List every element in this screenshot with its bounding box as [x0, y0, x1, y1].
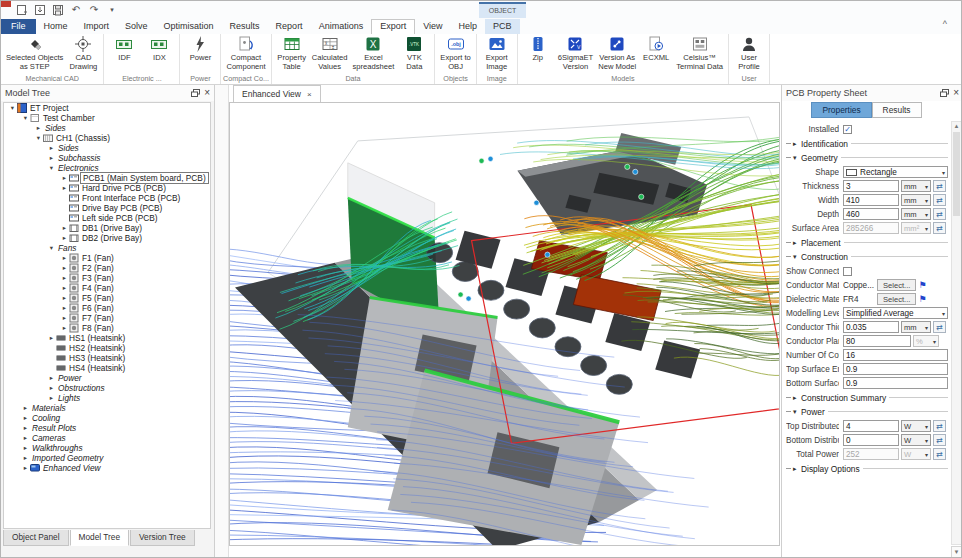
- toggle-formula-icon[interactable]: ⇄: [933, 208, 946, 220]
- tree-item-fans[interactable]: ▾Fans: [4, 243, 210, 253]
- tree-item-obstructions[interactable]: ▸Obstructions: [4, 383, 210, 393]
- select-button[interactable]: Select...: [877, 279, 916, 291]
- caret-right-icon[interactable]: ▸: [60, 184, 69, 192]
- tab-solve[interactable]: Solve: [117, 19, 156, 34]
- caret-right-icon[interactable]: ▸: [47, 144, 56, 152]
- ribbon-button-cad-drawing[interactable]: CAD Drawing: [66, 35, 100, 71]
- unit-dropdown[interactable]: W▾: [901, 434, 931, 446]
- dropdown-modelling-level[interactable]: Simplified Average▾: [843, 307, 948, 319]
- ribbon-button-export-image[interactable]: Export Image: [480, 35, 514, 71]
- dropdown-shape[interactable]: Rectangle▾: [843, 166, 948, 178]
- collapse-ribbon-button[interactable]: ^: [943, 19, 947, 29]
- unit-dropdown[interactable]: W▾: [901, 420, 931, 432]
- tab-properties[interactable]: Properties: [811, 102, 871, 118]
- section-display-options[interactable]: ▸Display Options: [786, 462, 948, 475]
- panel-tab-model-tree[interactable]: Model Tree: [70, 530, 130, 546]
- select-button[interactable]: Select...: [877, 293, 916, 305]
- float-panel-icon[interactable]: [191, 89, 200, 97]
- tab-report[interactable]: Report: [268, 19, 311, 34]
- caret-right-icon[interactable]: ▸: [60, 314, 69, 322]
- caret-down-icon[interactable]: ▾: [8, 104, 17, 112]
- caret-right-icon[interactable]: ▸: [60, 234, 69, 242]
- tab-help[interactable]: Help: [451, 19, 486, 34]
- tab-results[interactable]: Results: [872, 102, 922, 118]
- tab-animations[interactable]: Animations: [311, 19, 372, 34]
- ribbon-button-compact-component[interactable]: Compact Component: [224, 35, 267, 71]
- tab-enhanced-view[interactable]: Enhanced View ×: [233, 85, 321, 102]
- caret-right-icon[interactable]: ▸: [47, 394, 56, 402]
- tree-item-drive-bay-pcb-pcb[interactable]: Drive Bay PCB (PCB): [4, 203, 210, 213]
- caret-right-icon[interactable]: ▸: [47, 334, 56, 342]
- ribbon-button-celsius-terminal-data[interactable]: Celsius™ Terminal Data: [674, 35, 725, 71]
- tree-item-result-plots[interactable]: ▸Result Plots: [4, 423, 210, 433]
- tab-view[interactable]: View: [415, 19, 450, 34]
- tree-item-sides[interactable]: ▸Sides: [4, 143, 210, 153]
- tree-item-test-chamber[interactable]: ▾Test Chamber: [4, 113, 210, 123]
- 3d-viewport[interactable]: [229, 102, 780, 546]
- caret-down-icon[interactable]: ▾: [34, 134, 43, 142]
- tree-item-power[interactable]: ▸Power: [4, 373, 210, 383]
- tree-item-hs2-heatsink[interactable]: HS2 (Heatsink): [4, 343, 210, 353]
- caret-right-icon[interactable]: ▸: [21, 464, 30, 472]
- caret-right-icon[interactable]: ▸: [47, 374, 56, 382]
- panel-tab-object-panel[interactable]: Object Panel: [3, 530, 69, 546]
- new-button[interactable]: [15, 3, 29, 16]
- tree-item-cameras[interactable]: ▸Cameras: [4, 433, 210, 443]
- input-thickness[interactable]: 3: [843, 180, 899, 192]
- input-conductor-planar-perc[interactable]: 80: [843, 335, 911, 347]
- ribbon-button-power[interactable]: Power: [183, 35, 217, 63]
- redo-button[interactable]: ↷: [87, 3, 101, 16]
- ribbon-button-calculated-values[interactable]: x̄±Calculated Values: [310, 35, 350, 71]
- property-scrollbar[interactable]: ▲: [951, 121, 962, 545]
- ribbon-button-excel-spreadsheet[interactable]: XExcel spreadsheet: [351, 35, 397, 71]
- tab-pcb[interactable]: PCB: [485, 19, 520, 34]
- monitor-point[interactable]: [625, 164, 630, 169]
- monitor-point[interactable]: [534, 200, 539, 205]
- section-construction[interactable]: ▾Construction: [786, 250, 948, 263]
- tree-item-hs4-heatsink[interactable]: HS4 (Heatsink): [4, 363, 210, 373]
- tree-item-materials[interactable]: ▸Materials: [4, 403, 210, 413]
- tree-item-f8-fan[interactable]: ▸F8 (Fan): [4, 323, 210, 333]
- input-conductor-thickness[interactable]: 0.035: [843, 321, 899, 333]
- import-button[interactable]: [33, 3, 47, 16]
- tree-item-enhanced-view[interactable]: ▸Enhanced View: [4, 463, 210, 473]
- ribbon-button-idf[interactable]: IDF: [107, 35, 141, 63]
- caret-down-icon[interactable]: ▾: [47, 164, 56, 172]
- input-bottom-distributed-po[interactable]: 0: [843, 434, 899, 446]
- more-button[interactable]: ▾: [105, 3, 119, 16]
- ribbon-button-export-to-obj[interactable]: .objExport to OBJ: [438, 35, 472, 71]
- tree-item-hs3-heatsink[interactable]: HS3 (Heatsink): [4, 353, 210, 363]
- caret-right-icon[interactable]: ▸: [34, 124, 43, 132]
- monitor-point[interactable]: [545, 252, 550, 257]
- caret-right-icon[interactable]: ▸: [21, 424, 30, 432]
- monitor-point[interactable]: [479, 158, 484, 163]
- toggle-formula-icon[interactable]: ⇄: [933, 448, 946, 460]
- close-tab-icon[interactable]: ×: [307, 90, 312, 99]
- tree-item-sides[interactable]: ▸Sides: [4, 123, 210, 133]
- caret-right-icon[interactable]: ▸: [60, 224, 69, 232]
- ribbon-button-selected-objects-as-step[interactable]: Selected Objects as STEP: [4, 35, 65, 71]
- tree-item-f1-fan[interactable]: ▸F1 (Fan): [4, 253, 210, 263]
- tree-item-hs1-heatsink[interactable]: ▸HS1 (Heatsink): [4, 333, 210, 343]
- save-button[interactable]: [51, 3, 65, 16]
- flag-icon[interactable]: ⚑: [918, 295, 926, 304]
- ribbon-button-zip[interactable]: Zip: [521, 35, 555, 63]
- section-construction-summary[interactable]: ▸Construction Summary: [786, 391, 948, 404]
- caret-right-icon[interactable]: ▸: [21, 454, 30, 462]
- monitor-point[interactable]: [639, 194, 644, 199]
- caret-right-icon[interactable]: ▸: [60, 324, 69, 332]
- tree-item-f6-fan[interactable]: ▸F6 (Fan): [4, 303, 210, 313]
- float-panel-icon[interactable]: [940, 89, 949, 97]
- caret-down-icon[interactable]: ▾: [21, 114, 30, 122]
- caret-right-icon[interactable]: ▸: [60, 294, 69, 302]
- input-bottom-surface-emissi[interactable]: 0.9: [843, 377, 948, 389]
- undo-button[interactable]: ↶: [69, 3, 83, 16]
- unit-dropdown[interactable]: mm▾: [901, 208, 931, 220]
- tree-item-f4-fan[interactable]: ▸F4 (Fan): [4, 283, 210, 293]
- tree-item-f2-fan[interactable]: ▸F2 (Fan): [4, 263, 210, 273]
- toggle-formula-icon[interactable]: ⇄: [933, 194, 946, 206]
- tree-item-left-side-pcb-pcb[interactable]: Left side PCB (PCB): [4, 213, 210, 223]
- section-power[interactable]: ▾Power: [786, 405, 948, 418]
- section-placement[interactable]: ▸Placement: [786, 236, 948, 249]
- tab-home[interactable]: Home: [36, 19, 76, 34]
